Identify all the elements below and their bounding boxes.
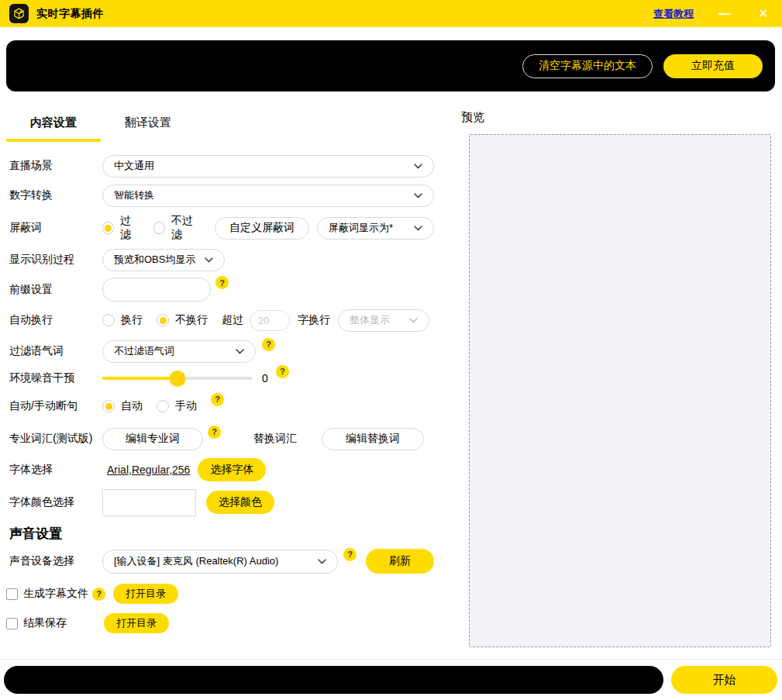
view-tutorial-link[interactable]: 查看教程 <box>653 7 694 21</box>
replace-words-label: 替换词汇 <box>253 432 297 446</box>
show-process-value: 预览和OBS均显示 <box>114 253 195 267</box>
clear-subtitle-source-button[interactable]: 清空字幕源中的文本 <box>522 54 653 78</box>
refresh-device-button[interactable]: 刷新 <box>366 549 434 574</box>
exceed-label: 超过 <box>222 313 243 327</box>
chevron-down-icon <box>318 559 326 564</box>
edit-replace-words-button[interactable]: 编辑替换词 <box>322 428 424 450</box>
sound-device-select[interactable]: [输入设备] 麦克风 (Realtek(R) Audio) <box>102 550 338 574</box>
minimize-icon[interactable]: — <box>717 8 732 20</box>
settings-tabs: 内容设置 翻译设置 <box>6 109 434 142</box>
radio-wrap-label: 换行 <box>121 313 143 327</box>
live-scene-select[interactable]: 中文通用 <box>102 155 434 178</box>
radio-no-wrap[interactable]: 不换行 <box>157 313 208 327</box>
chevron-down-icon <box>414 164 422 169</box>
radio-manual-break-label: 手动 <box>175 399 197 413</box>
row-show-process: 显示识别过程 预览和OBS均显示 <box>6 248 434 271</box>
radio-dot-icon <box>102 314 115 326</box>
radio-filter-label: 过滤 <box>120 214 140 242</box>
filler-filter-label: 过滤语气词 <box>6 344 102 358</box>
row-live-scene: 直播场景 中文通用 <box>6 154 434 178</box>
show-process-label: 显示识别过程 <box>6 253 102 267</box>
row-auto-wrap: 自动换行 换行 不换行 超过 字换行 整体显示 <box>6 309 434 332</box>
choose-color-button[interactable]: 选择颜色 <box>206 491 274 514</box>
radio-dot-icon <box>102 400 115 412</box>
row-font-color: 字体颜色选择 选择颜色 <box>6 488 434 516</box>
help-icon[interactable]: ? <box>211 393 224 406</box>
help-icon[interactable]: ? <box>276 365 289 378</box>
chevron-down-icon <box>414 226 422 231</box>
chevron-down-icon <box>414 193 422 198</box>
start-button[interactable]: 开始 <box>671 666 777 694</box>
number-convert-select[interactable]: 智能转换 <box>102 184 434 207</box>
open-subtitle-dir-button[interactable]: 打开目录 <box>113 584 178 604</box>
result-save-checkbox[interactable] <box>6 618 18 629</box>
edit-pro-words-button[interactable]: 编辑专业词 <box>102 428 203 450</box>
row-sound-device: 声音设备选择 [输入设备] 麦克风 (Realtek(R) Audio) ? 刷… <box>6 549 434 574</box>
footer-divider <box>0 659 782 660</box>
current-font-link[interactable]: Arial,Regular,256 <box>107 464 190 476</box>
show-process-select[interactable]: 预览和OBS均显示 <box>102 249 225 271</box>
row-sentence-break: 自动/手动断句 自动 手动 ? <box>6 396 434 416</box>
choose-font-button[interactable]: 选择字体 <box>198 458 266 481</box>
help-icon[interactable]: ? <box>92 588 105 601</box>
exceed-chars-input[interactable] <box>250 310 290 331</box>
live-scene-value: 中文通用 <box>114 159 154 173</box>
tab-content-settings[interactable]: 内容设置 <box>6 109 101 142</box>
filler-filter-select[interactable]: 不过滤语气词 <box>102 340 256 363</box>
row-font-select: 字体选择 Arial,Regular,256 选择字体 <box>6 458 434 481</box>
tab-translation-settings[interactable]: 翻译设置 <box>101 109 195 142</box>
open-result-dir-button[interactable]: 打开目录 <box>104 613 169 633</box>
wrap-display-value: 整体显示 <box>350 313 390 327</box>
noise-value: 0 <box>262 372 268 384</box>
sound-device-label: 声音设备选择 <box>6 554 102 568</box>
sound-settings-heading: 声音设置 <box>6 525 434 543</box>
help-icon[interactable]: ? <box>262 338 275 351</box>
subtitle-output-bar <box>4 666 663 694</box>
radio-wrap[interactable]: 换行 <box>102 313 143 327</box>
pro-words-label: 专业词汇(测试版) <box>6 432 102 446</box>
app-logo-cube-icon <box>9 4 29 23</box>
wrap-chars-label: 字换行 <box>298 313 330 327</box>
filler-filter-value: 不过滤语气词 <box>114 344 174 358</box>
settings-panel: 内容设置 翻译设置 直播场景 中文通用 数字转换 智能转换 屏蔽词 过滤 不过滤… <box>6 109 434 633</box>
subtitle-file-label: 生成字幕文件 <box>23 587 88 601</box>
blocked-words-display-value: 屏蔽词显示为* <box>329 221 393 235</box>
auto-wrap-label: 自动换行 <box>6 313 102 327</box>
help-icon[interactable]: ? <box>208 426 221 439</box>
blocked-words-display-select[interactable]: 屏蔽词显示为* <box>317 217 434 240</box>
radio-filter[interactable]: 过滤 <box>102 214 140 242</box>
help-icon[interactable]: ? <box>343 548 357 561</box>
noise-slider[interactable] <box>102 371 253 386</box>
font-color-input[interactable] <box>102 489 196 516</box>
row-pro-words: 专业词汇(测试版) 编辑专业词 ? 替换词汇 编辑替换词 <box>6 427 434 450</box>
sound-device-value: [输入设备] 麦克风 (Realtek(R) Audio) <box>114 554 278 568</box>
number-convert-label: 数字转换 <box>6 188 102 202</box>
chevron-down-icon <box>205 257 213 263</box>
sentence-break-label: 自动/手动断句 <box>6 399 102 413</box>
prefix-input[interactable] <box>102 278 211 302</box>
wrap-display-select[interactable]: 整体显示 <box>338 309 429 332</box>
close-icon[interactable]: ✕ <box>756 8 771 20</box>
top-banner: 清空字幕源中的文本 立即充值 <box>6 40 775 91</box>
blocked-words-label: 屏蔽词 <box>6 221 102 235</box>
radio-no-filter[interactable]: 不过滤 <box>153 214 201 242</box>
radio-dot-icon <box>153 222 165 234</box>
noise-slider-thumb[interactable] <box>170 371 186 387</box>
row-number-convert: 数字转换 智能转换 <box>6 184 434 207</box>
custom-blocked-words-button[interactable]: 自定义屏蔽词 <box>215 217 309 240</box>
row-filler-filter: 过滤语气词 不过滤语气词 ? <box>6 340 434 363</box>
radio-auto-break[interactable]: 自动 <box>102 399 143 413</box>
help-icon[interactable]: ? <box>215 276 229 289</box>
row-subtitle-file: 生成字幕文件 ? 打开目录 <box>6 584 434 604</box>
chevron-down-icon <box>236 349 244 354</box>
noise-label: 环境噪音干预 <box>6 371 102 385</box>
row-blocked-words: 屏蔽词 过滤 不过滤 自定义屏蔽词 屏蔽词显示为* <box>6 214 434 242</box>
radio-no-wrap-label: 不换行 <box>175 313 208 327</box>
subtitle-file-checkbox[interactable] <box>6 588 18 600</box>
recharge-button[interactable]: 立即充值 <box>663 54 763 78</box>
titlebar: 实时字幕插件 查看教程 — ✕ <box>0 0 782 27</box>
radio-manual-break[interactable]: 手动 <box>157 399 197 413</box>
font-select-label: 字体选择 <box>6 463 102 477</box>
preview-title: 预览 <box>461 110 484 125</box>
number-convert-value: 智能转换 <box>114 188 154 202</box>
